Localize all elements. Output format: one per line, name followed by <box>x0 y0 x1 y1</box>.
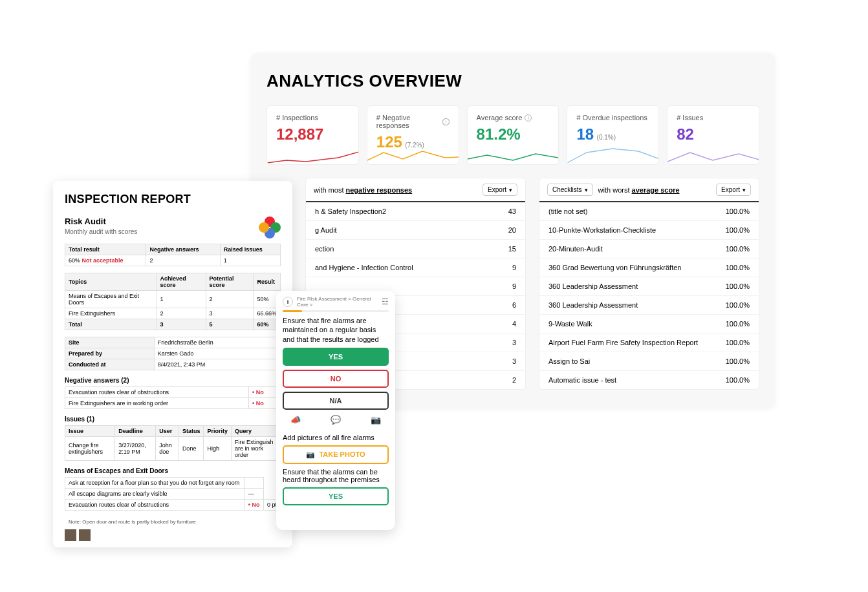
list-item[interactable]: 10-Punkte-Workstation-Checkliste100.0% <box>539 221 759 240</box>
take-photo-button[interactable]: 📷TAKE PHOTO <box>283 445 389 464</box>
table-row: Prepared byKarsten Gado <box>65 348 281 359</box>
stat-label: # Inspections <box>276 114 349 122</box>
pause-icon[interactable]: ⏸ <box>283 297 293 307</box>
list-item[interactable]: and Hygiene - Infection Control9 <box>306 259 525 277</box>
stat-value: 12,887 <box>276 127 349 142</box>
table-row: Total3560% <box>65 319 281 330</box>
stat-value: 82 <box>677 127 750 142</box>
checklists-dropdown[interactable]: Checklists▾ <box>547 184 593 196</box>
list-header: Checklists▾ with worst average score Exp… <box>539 178 759 202</box>
question-3: Ensure that the alarms can be heard thro… <box>283 468 389 483</box>
info-icon[interactable]: i <box>525 114 532 122</box>
th-issues: Raised issues <box>220 244 280 255</box>
table-row: Fire Extinguishers are in working orderN… <box>65 398 281 409</box>
td-total: 60% Not acceptable <box>65 255 146 266</box>
list-item[interactable]: Automatic issue - test100.0% <box>539 371 759 389</box>
export-button[interactable]: Export▾ <box>716 184 751 196</box>
th-total: Total result <box>65 244 146 255</box>
list-item[interactable]: Airport Fuel Farm Fire Safety Inspection… <box>539 333 759 352</box>
stat-card-inspections[interactable]: # Inspections 12,887 <box>266 105 359 165</box>
action-icons: 📣 💬 📷 <box>283 414 389 430</box>
audit-subtitle: Monthly audit with scores <box>65 228 137 235</box>
sparkline <box>267 146 358 164</box>
sparkline <box>367 146 459 164</box>
list-body: (title not set)100.0%10-Punkte-Workstati… <box>539 202 759 389</box>
analytics-title: ANALYTICS OVERVIEW <box>266 71 759 91</box>
stat-note: (0.1%) <box>597 134 616 141</box>
td-iss: 1 <box>220 255 280 266</box>
list-item[interactable]: Assign to Sai100.0% <box>539 352 759 371</box>
table-row: SiteFriedrichstraße Berlin <box>65 337 281 348</box>
breadcrumb[interactable]: Fire Risk Assessment > General Care > <box>297 296 378 308</box>
mobile-topbar: ⏸ Fire Risk Assessment > General Care > … <box>283 296 389 308</box>
chevron-down-icon: ▾ <box>743 187 746 193</box>
neg-answers-heading: Negative answers (2) <box>65 377 281 384</box>
stat-value-wrap: 18 (0.1%) <box>576 127 649 142</box>
stat-card-avg-score[interactable]: Average scorei 81.2% <box>467 105 559 165</box>
mobile-checklist-panel: ⏸ Fire Risk Assessment > General Care > … <box>276 291 395 530</box>
list-item[interactable]: 20-Minuten-Audit100.0% <box>539 240 759 259</box>
report-title: INSPECTION REPORT <box>65 193 281 206</box>
section1-table: Ask at reception for a floor plan so tha… <box>65 477 281 511</box>
list-header: with most negative responses Export▾ <box>306 178 525 202</box>
neg-answers-table: Evacuation routes clear of obstructionsN… <box>65 386 281 409</box>
stat-value: 18 <box>576 125 594 143</box>
stat-card-negative[interactable]: # Negative responsesi 125 (7.2%) <box>367 105 459 165</box>
list-item[interactable]: 9-Waste Walk100.0% <box>539 315 759 333</box>
list-item[interactable]: 360 Leadership Assessment100.0% <box>539 277 759 296</box>
announce-icon[interactable]: 📣 <box>290 415 301 425</box>
report-header: Risk Audit Monthly audit with scores <box>65 217 281 238</box>
table-row: Ask at reception for a floor plan so tha… <box>65 478 281 489</box>
issues-heading: Issues (1) <box>65 416 281 423</box>
answer-na-button[interactable]: N/A <box>283 392 389 410</box>
stat-cards-row: # Inspections 12,887 # Negative response… <box>266 105 759 165</box>
app-logo-icon <box>259 217 281 238</box>
question-2: Add pictures of all fire alarms <box>283 434 389 441</box>
info-icon[interactable]: i <box>442 118 449 125</box>
summary-table: Total resultNegative answersRaised issue… <box>65 244 281 266</box>
list-icon[interactable]: ☲ <box>382 297 389 306</box>
table-row: Conducted at8/4/2021, 2:43 PM <box>65 359 281 370</box>
list-item[interactable]: ection15 <box>306 240 525 259</box>
table-row: All escape diagrams are clearly visible— <box>65 489 281 500</box>
table-row: Evacuation routes clear of obstructionsN… <box>65 500 281 511</box>
list-desc: with most negative responses <box>314 186 412 194</box>
export-button[interactable]: Export▾ <box>483 184 517 196</box>
question-1: Ensure that fire alarms are maintained o… <box>283 316 389 344</box>
stat-card-overdue[interactable]: # Overdue inspections 18 (0.1%) <box>567 105 659 165</box>
stat-label: # Negative responsesi <box>376 114 450 129</box>
list-item[interactable]: 360 Grad Bewertung von Führungskräften10… <box>539 259 759 277</box>
sparkline <box>667 146 759 164</box>
answer-yes-button[interactable]: YES <box>283 348 389 366</box>
stat-label: Average scorei <box>477 114 550 122</box>
table-row: Evacuation routes clear of obstructionsN… <box>65 387 281 398</box>
list-avg-score: Checklists▾ with worst average score Exp… <box>539 178 759 390</box>
list-item[interactable]: (title not set)100.0% <box>539 202 759 221</box>
photo-thumbs <box>65 529 281 541</box>
table-row: Change fire extinguishers3/27/2020, 2:19… <box>65 437 281 461</box>
stat-card-issues[interactable]: # Issues 82 <box>667 105 759 165</box>
table-row: Means of Escapes and Exit Doors1250% <box>65 291 281 308</box>
answer-no-button[interactable]: NO <box>283 370 389 388</box>
td-neg: 2 <box>146 255 220 266</box>
stat-value: 81.2% <box>477 127 550 142</box>
chevron-down-icon: ▾ <box>509 187 512 193</box>
th-neg: Negative answers <box>146 244 220 255</box>
sparkline <box>567 146 658 164</box>
table-row: Fire Extinguishers2366.66% <box>65 308 281 319</box>
topics-table: TopicsAchieved scorePotential scoreResul… <box>65 273 281 330</box>
progress-bar <box>283 310 389 312</box>
list-item[interactable]: h & Safety Inspection243 <box>306 202 525 221</box>
chevron-down-icon: ▾ <box>585 187 588 193</box>
sparkline <box>468 146 559 164</box>
answer-yes-button-2[interactable]: YES <box>283 487 389 505</box>
list-desc: with worst average score <box>598 186 680 194</box>
camera-icon[interactable]: 📷 <box>371 415 381 425</box>
camera-icon: 📷 <box>306 450 315 459</box>
list-item[interactable]: 360 Leadership Assessment100.0% <box>539 296 759 315</box>
issues-table: IssueDeadlineUserStatusPriorityQuery Cha… <box>65 425 281 461</box>
stat-label: # Issues <box>677 114 750 122</box>
comment-icon[interactable]: 💬 <box>331 415 341 425</box>
inspection-report-panel: INSPECTION REPORT Risk Audit Monthly aud… <box>53 181 292 547</box>
list-item[interactable]: g Audit20 <box>306 221 525 240</box>
